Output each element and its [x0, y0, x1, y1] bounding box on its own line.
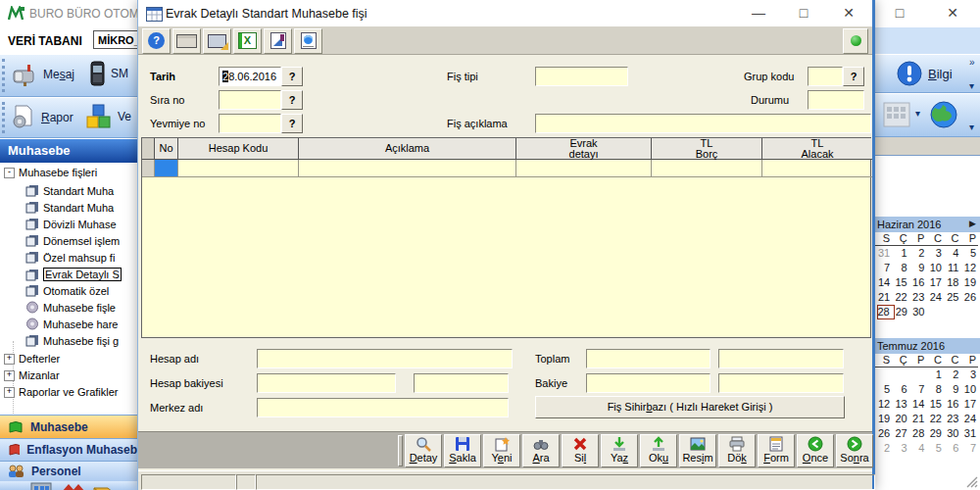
col-evrak-detayi[interactable]: Evrakdetayı [516, 138, 652, 160]
dialog-maximize-button[interactable]: □ [789, 5, 818, 23]
resim-button[interactable]: Resim [679, 434, 716, 467]
sira-no-input[interactable] [219, 90, 281, 110]
fis-sihirbazi-button[interactable]: Fiş Sihirbazı ( Hızlı Hareket Girişi ) [535, 396, 845, 418]
toplam-alacak-field[interactable] [718, 349, 844, 368]
tree-item[interactable]: Dövizli Muhase [25, 218, 117, 230]
toolbar-overflow-icon[interactable]: ▾ [969, 122, 974, 132]
col-no[interactable]: No [155, 138, 178, 160]
tree-item[interactable]: Muhasebe hare [25, 318, 118, 330]
row-selector-cell[interactable] [142, 160, 155, 177]
yeni-button[interactable]: Yeni [483, 434, 520, 467]
tree-item[interactable]: Dönemsel işlem [25, 234, 120, 247]
detay-button[interactable]: Detay [405, 434, 442, 467]
expand-icon[interactable]: + [4, 387, 15, 398]
tree-item[interactable]: Standart Muha [25, 184, 114, 197]
houses-icon[interactable] [61, 482, 86, 490]
selected-day[interactable]: 28 [877, 305, 895, 319]
report-design-button[interactable] [264, 28, 292, 54]
grup-kodu-lookup-button[interactable]: ? [843, 67, 864, 86]
col-tl-borc[interactable]: TLBorç [652, 138, 762, 160]
dialog-titlebar[interactable]: Evrak Detaylı Standart Muhasebe fişi — □… [138, 0, 872, 27]
bakiye-alacak-field[interactable] [718, 373, 844, 393]
yevmiye-no-input[interactable] [219, 114, 281, 133]
toolbar-grip[interactable] [2, 59, 5, 92]
calendar-week: 123 [859, 368, 980, 382]
tree-root-muhasebe-fisleri[interactable]: - Muhasebe fişleri [4, 167, 97, 178]
dropdown-arrow-icon[interactable]: ▾ [915, 108, 920, 119]
tarih-lookup-button[interactable]: ? [281, 67, 303, 86]
selected-cell-no[interactable] [155, 160, 178, 177]
tree-item[interactable]: Muhasebe fişi g [25, 334, 119, 347]
once-button[interactable]: Once [797, 434, 834, 467]
grup-kodu-input[interactable] [808, 67, 843, 86]
next-month-icon[interactable]: ▶ [969, 219, 976, 228]
nav-personel[interactable]: Personel [0, 461, 137, 481]
status-light-button[interactable] [843, 28, 868, 54]
tree-root-raporlar[interactable]: + Raporlar ve Grafikler [4, 386, 118, 398]
oku-button[interactable]: Oku [640, 434, 677, 467]
hesap-bakiyesi-field-2[interactable] [414, 373, 509, 393]
app-close-button[interactable]: ✕ [938, 5, 967, 23]
sakla-button[interactable]: Sakla [444, 434, 481, 467]
web-document-button[interactable] [294, 28, 322, 54]
cell-hesap-kodu[interactable] [178, 160, 299, 177]
gold-icon[interactable] [92, 482, 116, 490]
fis-tipi-input[interactable] [535, 67, 628, 86]
cell-aciklama[interactable] [299, 160, 516, 177]
building-icon[interactable] [29, 482, 53, 490]
veri-button[interactable]: Ve [86, 103, 131, 130]
toplam-borc-field[interactable] [586, 349, 710, 368]
tree-item[interactable]: Standart Muha [25, 201, 114, 214]
expand-icon[interactable]: + [4, 354, 15, 365]
fis-aciklama-input[interactable] [535, 114, 871, 133]
tree-item[interactable]: Otomatik özel [25, 284, 109, 297]
merkez-adi-field[interactable] [257, 398, 509, 417]
form-button[interactable]: Form [758, 434, 795, 467]
excel-export-button[interactable]: X [233, 28, 262, 54]
tree-item[interactable]: Özel mahsup fi [25, 251, 115, 264]
collapse-icon[interactable]: - [4, 168, 15, 178]
tree-root-mizanlar[interactable]: + Mizanlar [4, 369, 60, 381]
col-tl-alacak[interactable]: TLAlacak [762, 138, 872, 160]
mesaj-button[interactable]: Mesaj [12, 63, 74, 86]
dialog-close-button[interactable]: ✕ [834, 5, 863, 23]
cell-tl-alacak[interactable] [762, 160, 872, 177]
nav-enflasyon-muhasebe[interactable]: Enflasyon Muhaseb [0, 438, 137, 461]
tree-root-defterler[interactable]: + Defterler [4, 353, 60, 365]
bakiye-borc-field[interactable] [586, 373, 710, 393]
hesap-bakiyesi-field-1[interactable] [257, 373, 396, 393]
hesap-adi-field[interactable] [257, 349, 513, 368]
grid-icon[interactable] [883, 102, 910, 127]
sil-button[interactable]: Sil [562, 434, 599, 467]
durumu-input[interactable] [808, 90, 864, 110]
sira-no-lookup-button[interactable]: ? [281, 90, 303, 110]
nav-muhasebe[interactable]: Muhasebe [0, 415, 137, 438]
ara-button[interactable]: Ara [522, 434, 560, 467]
toolbar-grip[interactable] [2, 102, 5, 133]
app-maximize-button[interactable]: □ [885, 5, 914, 23]
help-button[interactable]: ? [142, 28, 171, 54]
sonra-button[interactable]: Sonra [836, 434, 873, 467]
toolbar-grip[interactable] [398, 435, 403, 466]
calculator-screen-button[interactable] [203, 28, 231, 54]
tarih-input[interactable]: 28.06.2016 [219, 67, 281, 86]
sms-button[interactable]: SM [90, 61, 128, 86]
dok-button[interactable]: Dök [718, 434, 756, 467]
cell-tl-borc[interactable] [652, 160, 762, 177]
expand-icon[interactable]: + [4, 370, 15, 381]
dialog-minimize-button[interactable]: — [744, 5, 773, 23]
tree-item-selected[interactable]: Evrak Detaylı S [25, 268, 122, 281]
col-hesap-kodu[interactable]: Hesap Kodu [178, 138, 299, 160]
globe-icon[interactable] [929, 100, 958, 129]
cell-evrak-detayi[interactable] [516, 160, 652, 177]
keypad-button[interactable] [172, 28, 201, 54]
col-aciklama[interactable]: Açıklama [299, 138, 516, 160]
tree-item[interactable]: Muhasebe fişle [25, 301, 116, 314]
resize-grip[interactable] [966, 476, 978, 488]
yaz-button[interactable]: Yaz [601, 434, 638, 467]
toolbar-overflow-icon[interactable]: ▾ [969, 80, 974, 91]
rapor-button[interactable]: Rapor [10, 105, 74, 130]
chevron-more-icon[interactable]: » [969, 57, 975, 68]
bilgi-button[interactable]: Bilgi [897, 61, 953, 86]
yevmiye-no-lookup-button[interactable]: ? [281, 114, 303, 133]
